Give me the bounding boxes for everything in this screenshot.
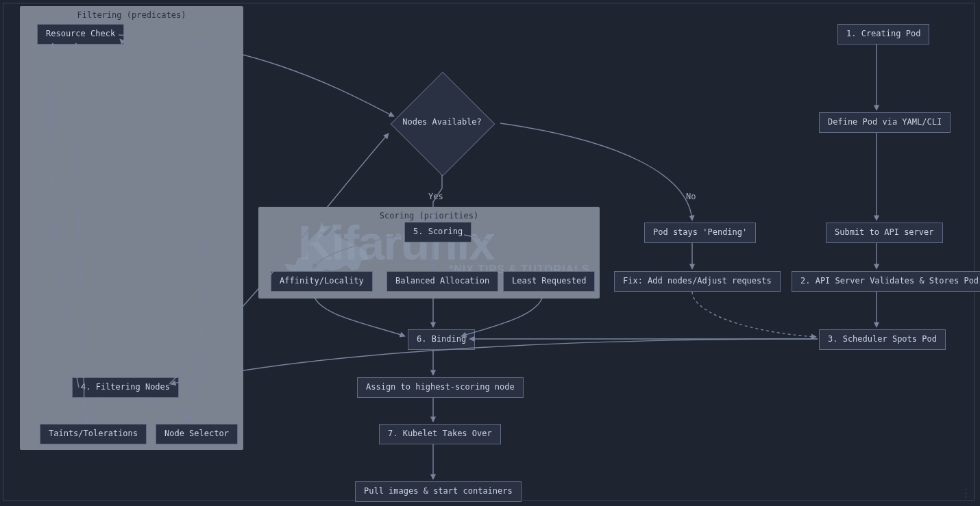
node-api-validates: 2. API Server Validates & Stores Pod bbox=[792, 271, 980, 292]
node-fix-nodes: Fix: Add nodes/Adjust requests bbox=[614, 271, 781, 292]
diagram-canvas: Kifarunix *NIX TIPS & TUTORIALS Filterin… bbox=[3, 3, 975, 501]
node-define-pod: Define Pod via YAML/CLI bbox=[819, 112, 951, 133]
node-least-requested: Least Requested bbox=[503, 271, 595, 292]
node-node-selector: Node Selector bbox=[156, 424, 238, 444]
node-resource-check: Resource Check bbox=[37, 24, 124, 45]
node-affinity: Affinity/Locality bbox=[271, 271, 373, 292]
node-binding: 6. Binding bbox=[408, 329, 475, 350]
node-pull-images: Pull images & start containers bbox=[355, 481, 522, 502]
node-scoring: 5. Scoring bbox=[404, 222, 471, 242]
group-scoring-title: Scoring (priorities) bbox=[258, 211, 600, 220]
node-scheduler: 3. Scheduler Spots Pod bbox=[819, 329, 946, 350]
edge-label-no: No bbox=[686, 192, 696, 201]
node-taints: Taints/Tolerations bbox=[40, 424, 147, 444]
node-creating-pod: 1. Creating Pod bbox=[837, 24, 929, 45]
resize-grip-icon: ⋰ bbox=[959, 485, 973, 499]
node-balanced: Balanced Allocation bbox=[387, 271, 498, 292]
node-kubelet: 7. Kubelet Takes Over bbox=[379, 424, 501, 444]
node-assign: Assign to highest-scoring node bbox=[357, 377, 524, 398]
group-filtering-title: Filtering (predicates) bbox=[20, 10, 243, 20]
node-filtering-nodes: 4. Filtering Nodes bbox=[72, 377, 179, 398]
node-pod-pending: Pod stays 'Pending' bbox=[644, 223, 756, 243]
node-submit-api: Submit to API server bbox=[826, 223, 943, 243]
edge-label-yes: Yes bbox=[428, 192, 443, 201]
node-nodes-available: Nodes Available? bbox=[384, 72, 500, 175]
